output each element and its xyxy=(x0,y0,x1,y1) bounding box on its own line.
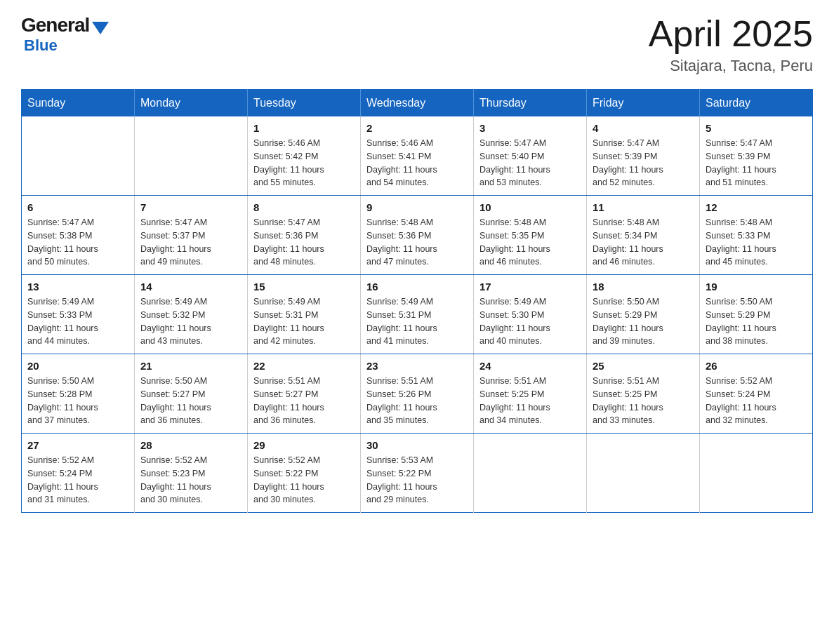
day-number: 13 xyxy=(27,281,128,293)
calendar-cell: 22Sunrise: 5:51 AMSunset: 5:27 PMDayligh… xyxy=(248,354,361,434)
day-number: 11 xyxy=(593,201,694,213)
calendar-cell: 20Sunrise: 5:50 AMSunset: 5:28 PMDayligh… xyxy=(22,354,135,434)
day-info: Sunrise: 5:47 AMSunset: 5:36 PMDaylight:… xyxy=(253,216,355,269)
calendar-cell: 7Sunrise: 5:47 AMSunset: 5:37 PMDaylight… xyxy=(135,196,248,275)
calendar-header-saturday: Saturday xyxy=(700,90,813,117)
calendar-week-row: 20Sunrise: 5:50 AMSunset: 5:28 PMDayligh… xyxy=(22,354,813,434)
day-info: Sunrise: 5:50 AMSunset: 5:27 PMDaylight:… xyxy=(140,375,241,427)
day-info: Sunrise: 5:47 AMSunset: 5:37 PMDaylight:… xyxy=(140,216,241,269)
day-number: 20 xyxy=(27,360,128,372)
calendar-cell: 11Sunrise: 5:48 AMSunset: 5:34 PMDayligh… xyxy=(587,196,700,275)
calendar-cell: 23Sunrise: 5:51 AMSunset: 5:26 PMDayligh… xyxy=(361,354,474,434)
calendar-header-row: SundayMondayTuesdayWednesdayThursdayFrid… xyxy=(22,90,813,117)
day-info: Sunrise: 5:47 AMSunset: 5:39 PMDaylight:… xyxy=(593,137,694,189)
day-info: Sunrise: 5:52 AMSunset: 5:22 PMDaylight:… xyxy=(253,454,355,507)
day-info: Sunrise: 5:47 AMSunset: 5:40 PMDaylight:… xyxy=(479,137,581,189)
day-info: Sunrise: 5:52 AMSunset: 5:24 PMDaylight:… xyxy=(27,454,128,507)
day-info: Sunrise: 5:49 AMSunset: 5:30 PMDaylight:… xyxy=(479,295,581,348)
day-info: Sunrise: 5:51 AMSunset: 5:25 PMDaylight:… xyxy=(479,375,581,427)
day-info: Sunrise: 5:50 AMSunset: 5:29 PMDaylight:… xyxy=(706,295,807,348)
day-number: 29 xyxy=(253,439,355,451)
calendar-cell: 28Sunrise: 5:52 AMSunset: 5:23 PMDayligh… xyxy=(135,434,248,513)
calendar-header-thursday: Thursday xyxy=(474,90,587,117)
day-info: Sunrise: 5:53 AMSunset: 5:22 PMDaylight:… xyxy=(366,454,468,507)
day-info: Sunrise: 5:49 AMSunset: 5:33 PMDaylight:… xyxy=(27,295,128,348)
day-info: Sunrise: 5:46 AMSunset: 5:42 PMDaylight:… xyxy=(253,137,355,189)
day-number: 15 xyxy=(253,281,355,293)
calendar-cell xyxy=(135,116,248,196)
calendar-cell: 19Sunrise: 5:50 AMSunset: 5:29 PMDayligh… xyxy=(700,275,813,354)
calendar-cell: 30Sunrise: 5:53 AMSunset: 5:22 PMDayligh… xyxy=(361,434,474,513)
month-title: April 2025 xyxy=(649,14,813,54)
title-section: April 2025 Sitajara, Tacna, Peru xyxy=(649,14,813,75)
day-number: 21 xyxy=(140,360,241,372)
day-info: Sunrise: 5:46 AMSunset: 5:41 PMDaylight:… xyxy=(366,137,468,189)
calendar-header-wednesday: Wednesday xyxy=(361,90,474,117)
day-number: 17 xyxy=(479,281,581,293)
calendar-cell: 9Sunrise: 5:48 AMSunset: 5:36 PMDaylight… xyxy=(361,196,474,275)
day-number: 25 xyxy=(593,360,694,372)
calendar-cell: 27Sunrise: 5:52 AMSunset: 5:24 PMDayligh… xyxy=(22,434,135,513)
day-number: 4 xyxy=(593,122,694,134)
calendar-cell: 3Sunrise: 5:47 AMSunset: 5:40 PMDaylight… xyxy=(474,116,587,196)
day-number: 5 xyxy=(706,122,807,134)
calendar-cell xyxy=(587,434,700,513)
calendar-cell: 21Sunrise: 5:50 AMSunset: 5:27 PMDayligh… xyxy=(135,354,248,434)
calendar-cell: 14Sunrise: 5:49 AMSunset: 5:32 PMDayligh… xyxy=(135,275,248,354)
day-number: 3 xyxy=(479,122,581,134)
day-number: 30 xyxy=(366,439,468,451)
day-info: Sunrise: 5:49 AMSunset: 5:32 PMDaylight:… xyxy=(140,295,241,348)
day-info: Sunrise: 5:51 AMSunset: 5:25 PMDaylight:… xyxy=(593,375,694,427)
calendar-week-row: 6Sunrise: 5:47 AMSunset: 5:38 PMDaylight… xyxy=(22,196,813,275)
day-info: Sunrise: 5:47 AMSunset: 5:38 PMDaylight:… xyxy=(27,216,128,269)
calendar-cell: 6Sunrise: 5:47 AMSunset: 5:38 PMDaylight… xyxy=(22,196,135,275)
day-number: 6 xyxy=(27,201,128,213)
calendar-cell xyxy=(474,434,587,513)
calendar-cell xyxy=(22,116,135,196)
day-info: Sunrise: 5:47 AMSunset: 5:39 PMDaylight:… xyxy=(706,137,807,189)
day-info: Sunrise: 5:51 AMSunset: 5:26 PMDaylight:… xyxy=(366,375,468,427)
day-number: 1 xyxy=(253,122,355,134)
day-number: 22 xyxy=(253,360,355,372)
calendar-cell: 18Sunrise: 5:50 AMSunset: 5:29 PMDayligh… xyxy=(587,275,700,354)
day-number: 7 xyxy=(140,201,241,213)
calendar-cell: 13Sunrise: 5:49 AMSunset: 5:33 PMDayligh… xyxy=(22,275,135,354)
day-info: Sunrise: 5:49 AMSunset: 5:31 PMDaylight:… xyxy=(366,295,468,348)
calendar-cell: 26Sunrise: 5:52 AMSunset: 5:24 PMDayligh… xyxy=(700,354,813,434)
day-info: Sunrise: 5:49 AMSunset: 5:31 PMDaylight:… xyxy=(253,295,355,348)
logo-general-text: General xyxy=(21,14,89,36)
location-text: Sitajara, Tacna, Peru xyxy=(649,57,813,75)
calendar-week-row: 27Sunrise: 5:52 AMSunset: 5:24 PMDayligh… xyxy=(22,434,813,513)
calendar-header-sunday: Sunday xyxy=(22,90,135,117)
page-header: General Blue April 2025 Sitajara, Tacna,… xyxy=(21,14,813,75)
day-number: 12 xyxy=(706,201,807,213)
calendar-cell xyxy=(700,434,813,513)
calendar-cell: 17Sunrise: 5:49 AMSunset: 5:30 PMDayligh… xyxy=(474,275,587,354)
logo: General Blue xyxy=(21,14,109,55)
day-number: 28 xyxy=(140,439,241,451)
day-info: Sunrise: 5:48 AMSunset: 5:36 PMDaylight:… xyxy=(366,216,468,269)
calendar-cell: 25Sunrise: 5:51 AMSunset: 5:25 PMDayligh… xyxy=(587,354,700,434)
day-number: 26 xyxy=(706,360,807,372)
calendar-table: SundayMondayTuesdayWednesdayThursdayFrid… xyxy=(21,89,813,513)
day-number: 14 xyxy=(140,281,241,293)
calendar-header-tuesday: Tuesday xyxy=(248,90,361,117)
calendar-cell: 12Sunrise: 5:48 AMSunset: 5:33 PMDayligh… xyxy=(700,196,813,275)
calendar-cell: 4Sunrise: 5:47 AMSunset: 5:39 PMDaylight… xyxy=(587,116,700,196)
day-info: Sunrise: 5:52 AMSunset: 5:24 PMDaylight:… xyxy=(706,375,807,427)
day-number: 16 xyxy=(366,281,468,293)
day-number: 2 xyxy=(366,122,468,134)
day-info: Sunrise: 5:50 AMSunset: 5:28 PMDaylight:… xyxy=(27,375,128,427)
day-number: 27 xyxy=(27,439,128,451)
day-number: 9 xyxy=(366,201,468,213)
calendar-header-friday: Friday xyxy=(587,90,700,117)
calendar-cell: 15Sunrise: 5:49 AMSunset: 5:31 PMDayligh… xyxy=(248,275,361,354)
calendar-cell: 29Sunrise: 5:52 AMSunset: 5:22 PMDayligh… xyxy=(248,434,361,513)
calendar-week-row: 13Sunrise: 5:49 AMSunset: 5:33 PMDayligh… xyxy=(22,275,813,354)
calendar-week-row: 1Sunrise: 5:46 AMSunset: 5:42 PMDaylight… xyxy=(22,116,813,196)
calendar-cell: 5Sunrise: 5:47 AMSunset: 5:39 PMDaylight… xyxy=(700,116,813,196)
calendar-cell: 2Sunrise: 5:46 AMSunset: 5:41 PMDaylight… xyxy=(361,116,474,196)
day-info: Sunrise: 5:51 AMSunset: 5:27 PMDaylight:… xyxy=(253,375,355,427)
day-number: 18 xyxy=(593,281,694,293)
day-number: 23 xyxy=(366,360,468,372)
